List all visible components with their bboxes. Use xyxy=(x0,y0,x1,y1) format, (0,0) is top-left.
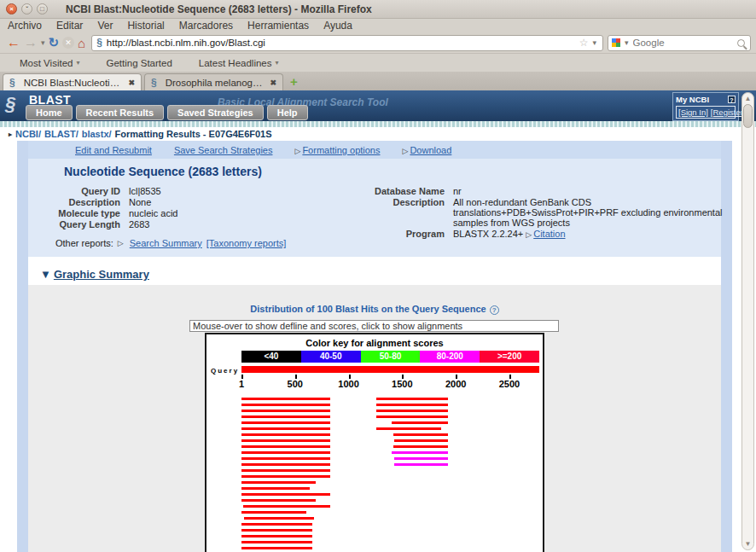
hit-bar[interactable] xyxy=(241,511,306,514)
hit-bar[interactable] xyxy=(241,547,312,549)
hit-bar[interactable] xyxy=(376,415,448,418)
hit-bar[interactable] xyxy=(393,433,448,436)
search-engine-dropdown-icon[interactable]: ▾ xyxy=(625,38,629,47)
hit-bar[interactable] xyxy=(241,535,312,537)
hit-bar[interactable] xyxy=(243,505,330,508)
reload-icon[interactable]: ↻ xyxy=(49,35,60,50)
search-box[interactable]: ▾ xyxy=(608,35,751,51)
toolbar-link-formatting-options[interactable]: ▷Formatting options xyxy=(294,145,380,155)
hit-bar[interactable] xyxy=(241,469,330,472)
hit-bar[interactable] xyxy=(392,421,448,424)
menu-item-historial[interactable]: Historial xyxy=(127,20,164,32)
toolbar-link-label[interactable]: Save Search Strategies xyxy=(174,145,273,155)
bookmark-getting-started[interactable]: Getting Started xyxy=(93,58,172,68)
menu-item-marcadores[interactable]: Marcadores xyxy=(179,20,233,32)
vertical-scrollbar[interactable]: ▲ ▼ xyxy=(741,92,754,550)
blast-nav-help[interactable]: Help xyxy=(267,105,308,120)
other-reports-label: Other reports: xyxy=(55,238,113,248)
search-icon[interactable] xyxy=(737,39,745,47)
hit-bar[interactable] xyxy=(394,463,448,466)
hit-bar[interactable] xyxy=(376,404,448,406)
url-bar[interactable]: § ☆ ▾ xyxy=(91,35,603,51)
breadcrumb-link-blast[interactable]: BLAST/ xyxy=(44,129,79,139)
tab-close-icon[interactable]: ✖ xyxy=(128,78,135,87)
hit-bar[interactable] xyxy=(241,499,316,502)
my-ncbi-help-icon[interactable]: ? xyxy=(728,96,736,103)
other-report-link-search-summary[interactable]: Search Summary xyxy=(130,238,202,248)
window-close-icon[interactable]: × xyxy=(6,3,17,15)
blast-nav-home[interactable]: Home xyxy=(26,105,73,120)
hit-bar[interactable] xyxy=(241,433,330,436)
hit-bar[interactable] xyxy=(241,523,312,526)
bookmark-latest-headlines[interactable]: Latest Headlines▾ xyxy=(186,58,279,68)
hit-bar[interactable] xyxy=(241,541,312,543)
my-ncbi-link-sign-in[interactable]: [Sign In] xyxy=(678,107,708,117)
new-tab-icon[interactable]: + xyxy=(290,73,298,90)
breadcrumb-link-blastx[interactable]: blastx/ xyxy=(82,129,112,139)
hit-bar[interactable] xyxy=(392,451,448,454)
blast-hit-graphic[interactable]: Color key for alignment scores <4040-505… xyxy=(205,333,544,552)
tab-close-icon[interactable]: ✖ xyxy=(270,78,276,87)
window-minimize-icon[interactable]: ˇ xyxy=(21,3,32,15)
scrollbar-thumb[interactable] xyxy=(743,104,753,128)
scroll-down-icon[interactable]: ▼ xyxy=(742,540,753,548)
hit-bar[interactable] xyxy=(241,451,330,454)
toolbar-link-edit-and-resubmit[interactable]: Edit and Resubmit xyxy=(75,145,152,155)
toolbar-link-label[interactable]: Edit and Resubmit xyxy=(75,145,152,155)
window-maximize-icon[interactable]: □ xyxy=(37,3,48,15)
url-dropdown-icon[interactable]: ▾ xyxy=(592,38,596,47)
hit-bar[interactable] xyxy=(241,481,316,484)
hit-bar[interactable] xyxy=(241,439,330,442)
hit-bar[interactable] xyxy=(376,410,448,412)
hit-bar[interactable] xyxy=(241,421,330,424)
bookmark-most-visited[interactable]: Most Visited▾ xyxy=(7,58,79,68)
menu-item-archivo[interactable]: Archivo xyxy=(8,20,42,32)
search-input[interactable] xyxy=(633,38,735,48)
toolbar-link-label[interactable]: Download xyxy=(410,145,451,155)
hit-bar[interactable] xyxy=(241,529,312,532)
hit-bar[interactable] xyxy=(241,445,330,448)
hit-bar[interactable] xyxy=(241,457,330,460)
toolbar-link-download[interactable]: ▷Download xyxy=(403,145,452,155)
url-input[interactable] xyxy=(107,38,577,48)
menu-item-editar[interactable]: Editar xyxy=(56,20,83,32)
hit-bar[interactable] xyxy=(393,445,448,448)
hit-bar[interactable] xyxy=(376,427,441,430)
bookmark-star-icon[interactable]: ☆ xyxy=(579,37,589,49)
forward-icon[interactable]: → xyxy=(24,35,38,50)
scroll-up-icon[interactable]: ▲ xyxy=(742,95,753,102)
hit-bar[interactable] xyxy=(241,404,330,406)
graphic-summary-header[interactable]: ▼Graphic Summary xyxy=(28,264,721,285)
stop-icon[interactable]: ✕ xyxy=(62,37,74,49)
my-ncbi-link-register[interactable]: [Register] xyxy=(711,107,746,117)
hit-bar[interactable] xyxy=(241,410,330,412)
toolbar-link-save-search-strategies[interactable]: Save Search Strategies xyxy=(174,145,273,155)
blast-nav-saved-strategies[interactable]: Saved Strategies xyxy=(167,105,264,120)
hit-bar[interactable] xyxy=(241,398,330,400)
menu-item-ayuda[interactable]: Ayuda xyxy=(323,20,352,32)
home-icon[interactable]: ⌂ xyxy=(78,36,85,50)
hit-bar[interactable] xyxy=(244,517,314,520)
menu-item-ver[interactable]: Ver xyxy=(97,20,113,32)
other-report-link-taxonomy-reports[interactable]: [Taxonomy reports] xyxy=(206,238,287,248)
mouseover-hint-field[interactable] xyxy=(189,320,559,332)
tab-drosophila-melanogaster-fr[interactable]: §Drosophila melanogaster fr...✖ xyxy=(144,73,283,90)
hit-bar[interactable] xyxy=(394,457,448,460)
hit-bar[interactable] xyxy=(241,475,330,478)
back-icon[interactable]: ← xyxy=(7,35,20,50)
hit-bar[interactable] xyxy=(376,398,448,400)
hit-bar[interactable] xyxy=(394,439,448,442)
tab-ncbi-blast-nucleotide-seq[interactable]: §NCBI Blast:Nucleotide Seq...✖ xyxy=(3,73,142,90)
toolbar-link-label[interactable]: Formatting options xyxy=(302,145,380,155)
history-dropdown-icon[interactable]: ▾ xyxy=(41,38,45,47)
breadcrumb-link-ncbi[interactable]: NCBI/ xyxy=(15,129,41,139)
distribution-help-icon[interactable]: ? xyxy=(490,305,499,315)
hit-bar[interactable] xyxy=(241,487,310,490)
hit-bar[interactable] xyxy=(241,415,330,418)
hit-bar[interactable] xyxy=(241,427,330,430)
hit-bar[interactable] xyxy=(241,463,330,466)
citation-link[interactable]: Citation xyxy=(533,229,565,239)
blast-nav-recent-results[interactable]: Recent Results xyxy=(76,105,164,120)
menu-item-herramientas[interactable]: Herramientas xyxy=(247,20,309,32)
hit-bar[interactable] xyxy=(241,493,330,496)
